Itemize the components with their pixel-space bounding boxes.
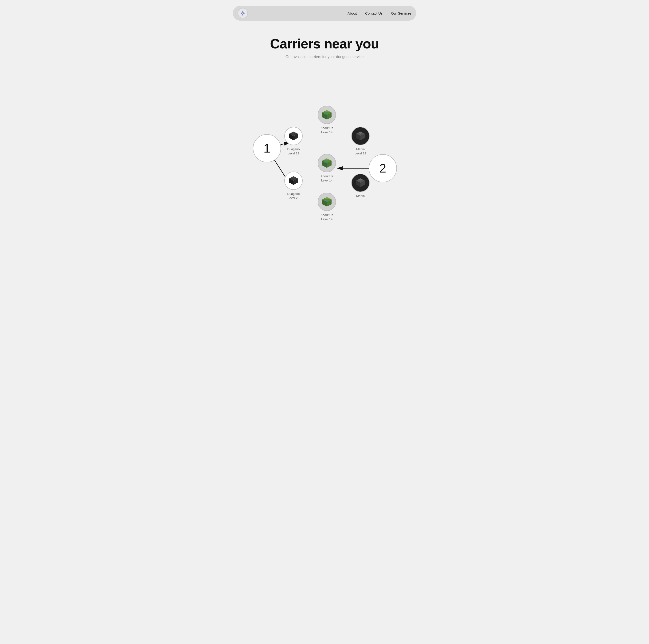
duagario-bot-circle[interactable] [284, 172, 303, 190]
duagario-top-circle[interactable] [284, 127, 303, 145]
contact-link[interactable]: Contact Us [365, 11, 383, 15]
aboutus-bot-circle[interactable] [318, 193, 336, 211]
aboutus-top-circle[interactable] [318, 106, 336, 124]
compass-icon [240, 10, 246, 16]
number-circle-1[interactable]: 1 [253, 134, 281, 162]
dark-block-icon-2 [288, 176, 299, 186]
navbar: About Contact Us Our Services [233, 6, 416, 21]
node-aboutus-bot[interactable]: About Us Level 14 [318, 193, 336, 221]
svg-rect-22 [327, 201, 328, 202]
page-subtitle: Our available carriers for your dungeon … [5, 55, 644, 59]
aboutus-bot-label: About Us Level 14 [320, 213, 333, 221]
minecraft-block-icon-2 [321, 158, 333, 169]
minecraft-block-icon-3 [321, 196, 333, 208]
dark-block-icon-4 [355, 178, 365, 188]
svg-rect-15 [324, 161, 326, 163]
circle-label-2: 2 [380, 161, 386, 175]
martin-top-circle[interactable] [351, 127, 370, 145]
martin-bot-circle[interactable] [351, 174, 370, 192]
hero-section: Carriers near you Our available carriers… [0, 26, 649, 61]
dark-block-icon-3 [355, 131, 365, 141]
martin-top-label: Martin Level 23 [355, 147, 366, 156]
node-aboutus-top[interactable]: About Us Level 14 [318, 106, 336, 134]
nav-links: About Contact Us Our Services [348, 11, 412, 15]
svg-rect-9 [324, 113, 326, 115]
node-duagario-top[interactable]: Duagario Level 23 [284, 127, 303, 156]
martin-bot-label: Martin [356, 194, 365, 198]
aboutus-mid-circle[interactable] [318, 154, 336, 172]
duagario-bot-label: Duagario Level 23 [287, 192, 300, 200]
node-aboutus-mid[interactable]: About Us Level 14 [318, 154, 336, 183]
minecraft-block-icon [321, 109, 333, 121]
about-link[interactable]: About [348, 11, 357, 15]
svg-rect-21 [324, 200, 326, 202]
logo[interactable] [237, 8, 248, 18]
aboutus-mid-label: About Us Level 14 [320, 174, 333, 183]
circle-label-1: 1 [264, 141, 270, 155]
number-circle-2[interactable]: 2 [369, 154, 397, 182]
node-martin-top[interactable]: Martin Level 23 [351, 127, 370, 156]
svg-point-0 [242, 13, 243, 14]
node-martin-bot[interactable]: Martin [351, 174, 370, 198]
page-title: Carriers near you [5, 36, 644, 51]
duagario-top-label: Duagario Level 23 [287, 147, 300, 156]
svg-rect-16 [327, 162, 328, 163]
node-duagario-bot[interactable]: Duagario Level 23 [284, 172, 303, 200]
dark-block-icon-1 [288, 131, 299, 141]
node-2[interactable]: 2 [369, 154, 397, 182]
node-1[interactable]: 1 [253, 134, 281, 162]
services-link[interactable]: Our Services [391, 11, 412, 15]
diagram: 1 2 About Us Level [233, 71, 416, 226]
svg-rect-10 [327, 114, 328, 115]
aboutus-top-label: About Us Level 14 [320, 126, 333, 134]
